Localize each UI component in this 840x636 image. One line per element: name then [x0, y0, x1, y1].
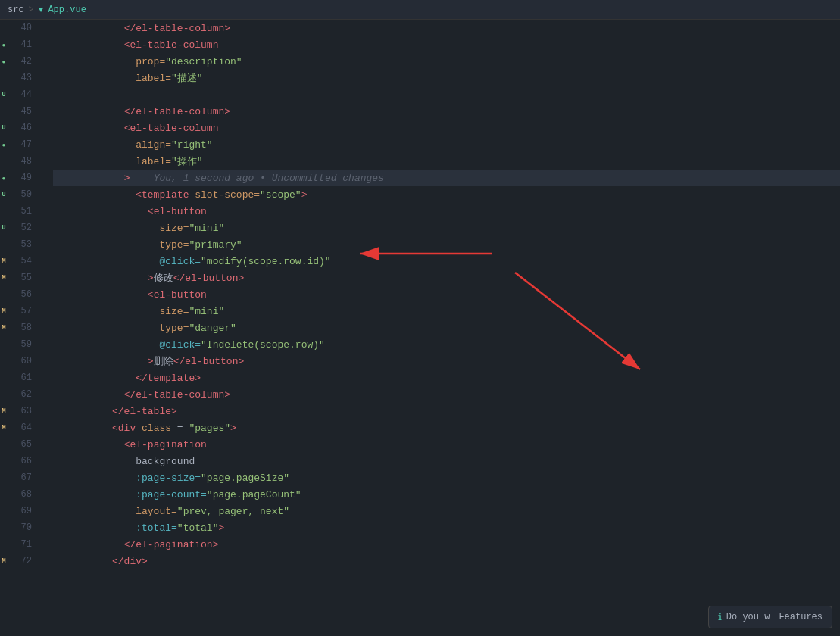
code-line: <el-table-column [53, 120, 840, 136]
indent-token [53, 156, 136, 167]
gutter-row: M63 [0, 403, 45, 419]
line-number: 65 [8, 439, 38, 450]
line-number: 41 [8, 39, 38, 50]
indent-token [53, 23, 124, 34]
git-indicator: U [0, 220, 8, 236]
code-line: :page-count="page.pageCount" [53, 486, 840, 503]
attr-value-token: "操作" [171, 154, 203, 168]
line-number: 56 [8, 289, 38, 300]
git-indicator [0, 453, 8, 469]
code-line: <el-pagination [53, 436, 840, 453]
line-number: 52 [8, 223, 38, 233]
code-line: <el-table-column [53, 36, 840, 53]
code-line: </div> [53, 553, 840, 569]
attr-value-token: "描述" [171, 71, 203, 85]
gutter-row: M57 [0, 303, 45, 320]
line-number: 50 [8, 189, 38, 200]
git-indicator [0, 486, 8, 503]
attr-name-token: size= [159, 306, 189, 317]
line-number: 64 [8, 422, 38, 433]
badge-text: Do you w [726, 612, 770, 622]
gutter-row: 68 [0, 486, 45, 503]
line-number: 70 [8, 522, 38, 533]
attr-value-token: "mini" [189, 223, 224, 234]
git-indicator: M [0, 303, 8, 320]
code-content[interactable]: </el-table-column> <el-table-column prop… [45, 20, 840, 636]
indent-token [53, 406, 112, 417]
git-indicator [0, 20, 8, 36]
line-number: 43 [8, 73, 38, 83]
code-line: <el-button [53, 203, 840, 220]
indent-token [53, 39, 124, 51]
code-line: background [53, 453, 840, 469]
code-line: @click="Indelete(scope.row)" [53, 336, 840, 353]
code-line: size="mini" [53, 303, 840, 320]
git-indicator [0, 153, 8, 170]
feature-badge[interactable]: ℹ Do you w Features [708, 606, 832, 628]
gutter-row: ●49 [0, 170, 45, 186]
gutter-row: M72 [0, 553, 45, 569]
at-sign-token: @click= [159, 256, 201, 267]
git-indicator [0, 436, 8, 453]
tag-token: > [230, 422, 236, 434]
tag-token: > [148, 356, 154, 367]
indent-token [53, 439, 124, 450]
attr-name-token: align= [136, 139, 171, 151]
code-line: > You, 1 second ago • Uncommitted change… [53, 170, 840, 186]
indent-token [53, 489, 136, 500]
line-number-gutter: 40●41●4243U4445U46●4748●49U5051U5253M54M… [0, 20, 45, 636]
indent-token [53, 456, 136, 467]
tag-token: </el-table-column> [124, 106, 230, 117]
tag-token: > [124, 173, 130, 184]
indent-token [53, 106, 124, 117]
attr-name-token: label= [136, 156, 171, 167]
attr-name-token: size= [159, 223, 189, 234]
tag-token: > [301, 189, 308, 201]
colon-bind-token: :page-count= [136, 489, 207, 500]
indent-token [53, 506, 136, 517]
indent-token [53, 289, 148, 301]
code-line: </template> [53, 369, 840, 386]
tag-token: </template> [136, 373, 201, 384]
attr-value-token: "danger" [189, 323, 236, 334]
code-line: <div class = "pages"> [53, 419, 840, 436]
gutter-row: U52 [0, 220, 45, 236]
gutter-row: 43 [0, 70, 45, 86]
line-number: 55 [8, 273, 38, 283]
gutter-row: 69 [0, 503, 45, 519]
gutter-row: ●47 [0, 136, 45, 153]
git-indicator [0, 503, 8, 519]
code-line: layout="prev, pager, next" [53, 503, 840, 519]
git-indicator: U [0, 186, 8, 203]
indent-token [53, 273, 148, 284]
line-number: 54 [8, 256, 38, 267]
normal-token: = [171, 422, 189, 434]
git-indicator [0, 469, 8, 486]
gutter-row: 62 [0, 386, 45, 403]
indent-token [53, 422, 112, 434]
gutter-row: U44 [0, 86, 45, 103]
comment-token: You, 1 second ago • Uncommitted changes [130, 173, 383, 184]
indent-token [53, 73, 136, 84]
git-indicator [0, 386, 8, 403]
line-number: 71 [8, 539, 38, 550]
git-indicator: M [0, 419, 8, 436]
editor-wrapper: src > ▼ App.vue 40●41●4243U4445U46●4748●… [0, 0, 840, 636]
editor-container: src > ▼ App.vue 40●41●4243U4445U46●4748●… [0, 0, 840, 636]
line-number: 57 [8, 306, 38, 316]
indent-token [53, 339, 159, 351]
gutter-row: 67 [0, 469, 45, 486]
code-line: >删除</el-button> [53, 353, 840, 369]
code-line: @click="modify(scope.row.id)" [53, 253, 840, 270]
code-line: >修改</el-button> [53, 270, 840, 286]
line-number: 59 [8, 339, 38, 350]
indent-token [53, 556, 112, 567]
tag-token: </el-table> [112, 406, 177, 417]
tag-token: > [148, 273, 154, 284]
gutter-row: M64 [0, 419, 45, 436]
git-indicator [0, 336, 8, 353]
git-indicator: M [0, 553, 8, 569]
line-number: 40 [8, 23, 38, 33]
code-line: :total="total"> [53, 519, 840, 536]
indent-token [53, 239, 159, 251]
